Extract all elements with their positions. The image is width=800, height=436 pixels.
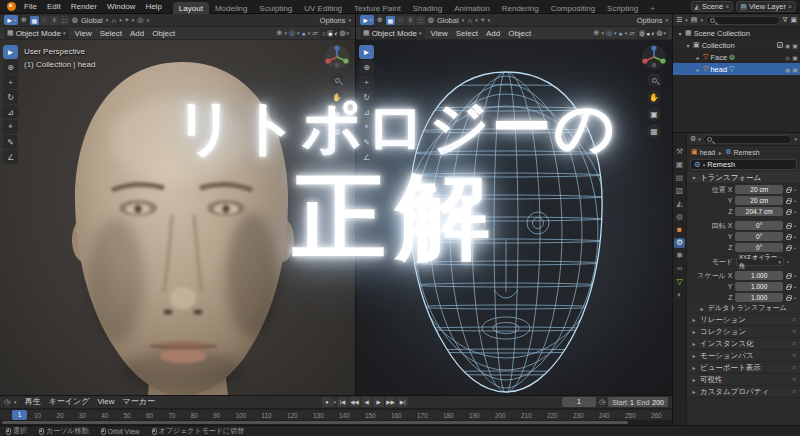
- viewport-menu-item[interactable]: Select: [452, 27, 482, 40]
- move-tool[interactable]: +: [3, 75, 18, 89]
- camera-visibility-icon[interactable]: ▣: [792, 42, 798, 49]
- xray-toggle-icon[interactable]: ▱: [312, 29, 317, 37]
- orientation-label[interactable]: Global: [437, 16, 459, 25]
- prev-keyframe-button[interactable]: ◀◀: [349, 397, 360, 407]
- play-button[interactable]: ▶: [373, 397, 384, 407]
- select-box-tool[interactable]: ►: [359, 45, 374, 59]
- jump-to-start-button[interactable]: |◀: [337, 397, 348, 407]
- scale-tool[interactable]: ⊿: [3, 105, 18, 119]
- property-panel-header[interactable]: ▸ インスタンス化 ≡: [687, 338, 800, 350]
- select-lasso-button[interactable]: ◊: [50, 16, 59, 25]
- cursor-tool[interactable]: ⊕: [3, 60, 18, 74]
- current-frame-field[interactable]: 1: [562, 397, 596, 407]
- tab-layout[interactable]: Layout: [173, 2, 209, 14]
- cursor-tool-icon[interactable]: ⊕: [377, 16, 383, 24]
- tab-scripting[interactable]: Scripting: [601, 2, 644, 14]
- camera-view-icon[interactable]: ▣: [330, 107, 344, 121]
- camera-view-icon[interactable]: ▣: [647, 107, 661, 121]
- expand-icon[interactable]: ▸: [695, 66, 701, 73]
- zoom-icon[interactable]: [647, 73, 661, 87]
- location-z-field[interactable]: 204.7 cm: [735, 207, 782, 216]
- checkbox-icon[interactable]: ✓: [777, 42, 783, 48]
- select-circle-button[interactable]: ◌: [40, 16, 49, 25]
- property-panel-header[interactable]: ▸ カスタムプロパティ ≡: [687, 386, 800, 398]
- zoom-icon[interactable]: [330, 73, 344, 87]
- tab-sculpting[interactable]: Sculpting: [253, 2, 298, 14]
- tab-rendering[interactable]: Rendering: [496, 2, 545, 14]
- filter-icon[interactable]: ∇: [783, 16, 788, 24]
- viewport-menu-item[interactable]: Add: [482, 27, 504, 40]
- mode-selector[interactable]: ▦ Object Mode ▾: [360, 28, 425, 39]
- tab-scene-icon[interactable]: ◭: [676, 199, 682, 209]
- tab-uv-editing[interactable]: UV Editing: [298, 2, 348, 14]
- lock-icon[interactable]: [786, 286, 791, 290]
- viewport-menu-item[interactable]: View: [427, 27, 452, 40]
- tab-output-icon[interactable]: ▤: [676, 173, 684, 183]
- tab-data-icon[interactable]: ▽: [676, 277, 682, 287]
- outliner-row-scene-collection[interactable]: ▾ ▦ Scene Collection: [673, 27, 800, 39]
- editor-type-icon[interactable]: ☰: [676, 16, 682, 24]
- new-collection-icon[interactable]: ▣: [790, 16, 797, 24]
- rotate-tool[interactable]: ↻: [359, 90, 374, 104]
- property-panel-header[interactable]: ▸ ビューポート表示 ≡: [687, 362, 800, 374]
- annotate-tool[interactable]: ✎: [3, 135, 18, 149]
- view-layer-selector[interactable]: ▤ View Layer ×: [736, 1, 796, 12]
- viewport-menu-item[interactable]: View: [71, 27, 96, 40]
- mode-selector[interactable]: ▦ Object Mode ▾: [4, 28, 69, 39]
- end-frame-field[interactable]: 200: [652, 399, 664, 406]
- rotate-tool[interactable]: ↻: [3, 90, 18, 104]
- select-box-button[interactable]: ▦: [386, 16, 395, 25]
- rotation-mode-dropdown[interactable]: XYZ オイラー角 ▾: [736, 257, 784, 266]
- expand-icon[interactable]: ▾: [677, 30, 683, 37]
- camera-visibility-icon[interactable]: ▣: [792, 54, 798, 61]
- tab-particles-icon[interactable]: ✱: [676, 251, 683, 261]
- shading-rendered-icon[interactable]: ◍: [656, 29, 662, 37]
- outliner-row-object2-selected[interactable]: ▸ ▽ head ▽ ◉ ▣: [673, 63, 800, 75]
- clock-editor-icon[interactable]: ◷: [4, 398, 10, 406]
- gizmo-dropdown-icon[interactable]: ⊕: [594, 29, 600, 37]
- shading-dropdown-icon[interactable]: ●: [619, 30, 623, 37]
- perspective-toggle-icon[interactable]: ▦: [647, 124, 661, 138]
- name-field[interactable]: ⚙▾ Remesh: [690, 159, 797, 170]
- jump-to-end-button[interactable]: ▶|: [397, 397, 408, 407]
- outliner-search-input[interactable]: [706, 16, 780, 25]
- proportional-edit-icon[interactable]: ◎: [137, 16, 143, 24]
- tab-modeling[interactable]: Modeling: [209, 2, 253, 14]
- shading-rendered-icon[interactable]: ◍: [339, 29, 345, 37]
- property-panel-header[interactable]: ▸ 可視性 ≡: [687, 374, 800, 386]
- add-workspace-button[interactable]: +: [644, 2, 661, 14]
- overlays-dropdown-icon[interactable]: ◎: [289, 29, 295, 37]
- scrollbar-thumb[interactable]: [2, 421, 628, 424]
- unlink-icon[interactable]: ×: [788, 3, 792, 10]
- viewport-menu-item[interactable]: Object: [148, 27, 179, 40]
- lock-icon[interactable]: [786, 247, 791, 251]
- transform-panel-header[interactable]: ▾ トランスフォーム: [687, 172, 800, 184]
- rotation-z-field[interactable]: 0°: [735, 243, 782, 252]
- scale-y-field[interactable]: 1.000: [735, 282, 782, 291]
- active-tool-button[interactable]: ►▾: [4, 15, 18, 25]
- delta-transform-subpanel[interactable]: ▸ デルタトランスフォーム: [687, 303, 800, 314]
- select-lasso-button[interactable]: ◊: [406, 16, 415, 25]
- lock-icon[interactable]: [786, 275, 791, 279]
- drag-grip-icon[interactable]: ≡: [792, 340, 796, 347]
- drag-grip-icon[interactable]: ≡: [792, 388, 796, 395]
- shading-wireframe-icon[interactable]: ○: [322, 30, 326, 37]
- select-pick-button[interactable]: ∷: [416, 16, 425, 25]
- drag-grip-icon[interactable]: ≡: [792, 364, 796, 371]
- perspective-toggle-icon[interactable]: ▦: [330, 124, 344, 138]
- expand-icon[interactable]: ▾: [685, 42, 691, 49]
- lock-icon[interactable]: [786, 211, 791, 215]
- orientation-icon[interactable]: ◍: [428, 16, 434, 24]
- tab-texture-paint[interactable]: Texture Paint: [348, 2, 407, 14]
- xray-toggle-icon[interactable]: ▱: [629, 29, 634, 37]
- breadcrumb-modifier[interactable]: Remesh: [733, 149, 759, 156]
- shading-material-icon[interactable]: ◐: [651, 30, 655, 37]
- measure-tool[interactable]: ∠: [3, 150, 18, 164]
- pan-hand-icon[interactable]: ✋: [330, 90, 344, 104]
- tab-animation[interactable]: Animation: [448, 2, 496, 14]
- cursor-tool-icon[interactable]: ⊕: [21, 16, 27, 24]
- active-tool-button[interactable]: ►▾: [360, 15, 374, 25]
- property-panel-header[interactable]: ▸ コレクション ≡: [687, 326, 800, 338]
- tab-compositing[interactable]: Compositing: [545, 2, 601, 14]
- viewport-menu-item[interactable]: Add: [126, 27, 148, 40]
